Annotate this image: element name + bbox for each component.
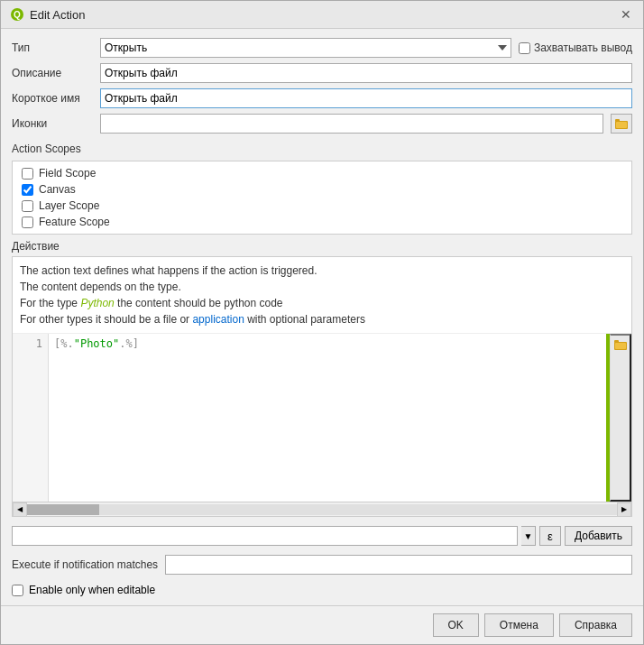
capture-checkbox[interactable] [519, 42, 530, 54]
close-button[interactable]: ✕ [618, 6, 634, 23]
code-string: "Photo" [74, 337, 120, 350]
scroll-left-arrow[interactable]: ◀ [13, 502, 27, 517]
field-scope-checkbox[interactable] [22, 168, 33, 180]
title-bar: Q Edit Action ✕ [1, 1, 643, 29]
short-name-input[interactable] [100, 88, 632, 108]
feature-scope-row[interactable]: Feature Scope [22, 216, 622, 228]
python-text: Python [80, 297, 114, 309]
canvas-label: Canvas [39, 183, 76, 196]
code-folder-button[interactable] [610, 334, 631, 502]
canvas-checkbox[interactable] [22, 184, 33, 196]
svg-text:Q: Q [14, 10, 21, 20]
dialog-buttons: OK Отмена Справка [1, 605, 643, 644]
feature-scope-checkbox[interactable] [22, 217, 33, 228]
field-scope-row[interactable]: Field Scope [22, 167, 622, 180]
svg-rect-7 [615, 343, 626, 349]
icons-input[interactable] [100, 114, 603, 134]
ok-button[interactable]: OK [433, 613, 479, 637]
capture-checkbox-label: Захватывать вывод [519, 41, 632, 54]
scopes-box: Field Scope Canvas Layer Scope Feature S… [12, 161, 632, 235]
icons-folder-button[interactable] [611, 114, 632, 134]
bottom-add-row: ▼ ε Добавить [12, 526, 632, 546]
scopes-section-label: Action Scopes [12, 143, 632, 155]
scrollbar-thumb[interactable] [27, 504, 99, 515]
edit-action-dialog: Q Edit Action ✕ Тип Открыть Захватывать … [0, 0, 644, 645]
line-number-1: 1 [18, 337, 42, 350]
action-info-line3: For the type Python the content should b… [20, 295, 624, 311]
title-bar-left: Q Edit Action [10, 7, 85, 22]
dialog-title: Edit Action [30, 8, 85, 22]
bottom-dropdown-arrow[interactable]: ▼ [521, 526, 536, 546]
svg-rect-4 [616, 122, 627, 128]
layer-scope-checkbox[interactable] [22, 200, 33, 212]
action-label: Действие [12, 240, 632, 253]
horizontal-scrollbar[interactable]: ◀ ▶ [13, 502, 631, 516]
scrollbar-track [27, 504, 617, 515]
action-info-line2: The content depends on the type. [20, 279, 624, 295]
notification-label: Execute if notification matches [12, 558, 158, 571]
application-link[interactable]: application [192, 313, 244, 326]
description-input[interactable] [100, 63, 632, 83]
notification-row: Execute if notification matches [12, 555, 632, 575]
editable-label[interactable]: Enable only when editable [12, 584, 155, 596]
icons-row: Иконки [12, 114, 632, 134]
svg-rect-6 [614, 340, 619, 343]
short-name-label: Короткое имя [12, 92, 93, 105]
icons-label: Иконки [12, 117, 93, 130]
action-section: Действие The action text defines what ha… [12, 240, 632, 517]
feature-scope-label: Feature Scope [39, 216, 110, 228]
dialog-content: Тип Открыть Захватывать вывод Описание К… [1, 29, 643, 605]
code-area: 1 [%."Photo".%] [13, 334, 631, 502]
canvas-row[interactable]: Canvas [22, 183, 622, 196]
notification-input[interactable] [165, 555, 632, 575]
type-row: Тип Открыть Захватывать вывод [12, 38, 632, 58]
action-info-line1: The action text defines what happens if … [20, 263, 624, 279]
cancel-button[interactable]: Отмена [484, 613, 554, 637]
line-numbers: 1 [13, 334, 49, 502]
layer-scope-label: Layer Scope [39, 199, 99, 212]
layer-scope-row[interactable]: Layer Scope [22, 199, 622, 212]
editable-text: Enable only when editable [29, 584, 155, 596]
add-button[interactable]: Добавить [565, 526, 632, 546]
help-button[interactable]: Справка [559, 613, 632, 637]
editable-checkbox[interactable] [12, 585, 23, 596]
scroll-right-arrow[interactable]: ▶ [617, 502, 631, 517]
editable-row: Enable only when editable [12, 584, 632, 596]
type-label: Тип [12, 41, 93, 54]
type-select[interactable]: Открыть [100, 38, 511, 58]
action-box: The action text defines what happens if … [12, 256, 632, 517]
epsilon-button[interactable]: ε [539, 526, 561, 546]
action-info-line4: For other types it should be a file or a… [20, 311, 624, 327]
short-name-row: Короткое имя [12, 88, 632, 108]
app-icon: Q [10, 7, 24, 22]
action-info: The action text defines what happens if … [13, 257, 631, 334]
field-scope-label: Field Scope [39, 167, 96, 180]
svg-rect-3 [615, 119, 620, 122]
bottom-expression-input[interactable] [12, 526, 518, 546]
description-label: Описание [12, 67, 93, 79]
code-content[interactable]: [%."Photo".%] [49, 334, 606, 502]
description-row: Описание [12, 63, 632, 83]
